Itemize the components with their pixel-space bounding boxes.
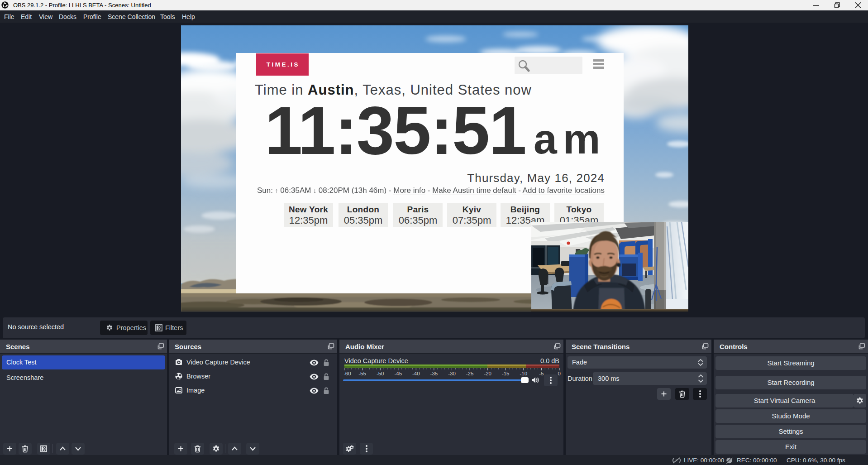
svg-text:-10: -10	[520, 371, 527, 376]
svg-text:-30: -30	[448, 371, 456, 376]
svg-text:-5: -5	[539, 371, 544, 376]
svg-text:-15: -15	[502, 371, 510, 376]
svg-text:-35: -35	[430, 371, 438, 376]
svg-text:-45: -45	[394, 371, 402, 376]
svg-text:-55: -55	[358, 371, 366, 376]
svg-text:-25: -25	[466, 371, 474, 376]
svg-text:-50: -50	[377, 371, 384, 376]
svg-text:0: 0	[558, 371, 561, 376]
svg-text:-20: -20	[484, 371, 491, 376]
svg-text:-60: -60	[344, 371, 351, 376]
svg-text:-40: -40	[412, 371, 420, 376]
